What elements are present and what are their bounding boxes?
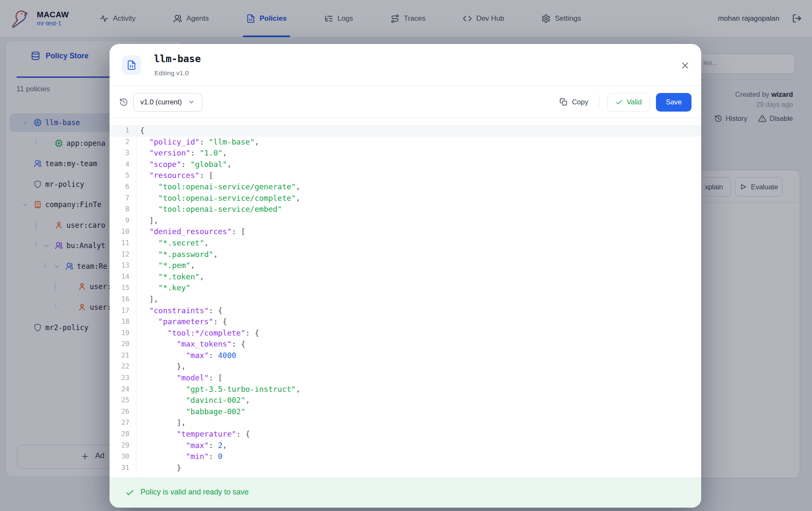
code-text: "davinci-002", xyxy=(137,395,250,406)
check-icon xyxy=(125,488,134,497)
check-icon xyxy=(615,98,623,106)
close-icon[interactable] xyxy=(680,60,690,71)
code-line[interactable]: 2 "policy_id": "llm-base", xyxy=(110,137,701,148)
code-editor[interactable]: 1{2 "policy_id": "llm-base",3 "version":… xyxy=(110,118,701,478)
line-number: 2 xyxy=(110,137,137,148)
code-text: { xyxy=(137,125,145,137)
version-select[interactable]: v1.0 (current) xyxy=(133,93,202,112)
validation-message: Policy is valid and ready to save xyxy=(140,488,249,497)
code-text: ], xyxy=(137,215,158,227)
code-text: "scope": "global", xyxy=(137,159,232,170)
code-line[interactable]: 16 ], xyxy=(110,294,701,305)
line-number: 19 xyxy=(110,328,137,339)
valid-status-badge: Valid xyxy=(607,93,650,112)
code-text: }, xyxy=(137,361,186,372)
line-number: 5 xyxy=(110,170,137,181)
code-line[interactable]: 21 "max": 4000 xyxy=(110,350,701,361)
code-line[interactable]: 19 "tool:*/complete": { xyxy=(110,328,701,339)
line-number: 12 xyxy=(110,249,137,260)
code-line[interactable]: 14 "*.token", xyxy=(110,271,701,283)
validation-footer: Policy is valid and ready to save xyxy=(110,478,701,508)
line-number: 10 xyxy=(110,226,137,238)
code-text: "policy_id": "llm-base", xyxy=(137,137,259,148)
line-number: 7 xyxy=(110,193,137,204)
code-text: "babbage-002" xyxy=(137,406,245,418)
line-number: 21 xyxy=(110,350,137,361)
code-text: "tool:openai-service/generate", xyxy=(137,181,300,193)
code-line[interactable]: 15 "*.key" xyxy=(110,282,701,294)
copy-icon xyxy=(560,98,568,106)
code-line[interactable]: 18 "parameters": { xyxy=(110,316,701,328)
copy-button[interactable]: Copy xyxy=(557,98,591,107)
line-number: 15 xyxy=(110,282,137,294)
code-line[interactable]: 4 "scope": "global", xyxy=(110,159,701,170)
modal-toolbar: v1.0 (current) Copy Valid Save xyxy=(110,86,701,118)
code-text: "tool:openai-service/embed" xyxy=(137,204,282,215)
line-number: 23 xyxy=(110,372,137,384)
code-text: "*.token", xyxy=(137,271,204,283)
line-number: 18 xyxy=(110,316,137,328)
code-line[interactable]: 6 "tool:openai-service/generate", xyxy=(110,181,701,193)
code-line[interactable]: 12 "*.password", xyxy=(110,249,701,260)
code-line[interactable]: 20 "max_tokens": { xyxy=(110,339,701,350)
line-number: 29 xyxy=(110,440,137,451)
code-line[interactable]: 10 "denied_resources": [ xyxy=(110,226,701,238)
modal-subtitle: Editing v1.0 xyxy=(154,69,189,77)
line-number: 3 xyxy=(110,148,137,159)
code-line[interactable]: 3 "version": "1.0", xyxy=(110,148,701,159)
code-text: "tool:*/complete": { xyxy=(137,328,259,339)
code-text: "*.key" xyxy=(137,282,190,294)
code-line[interactable]: 23 "model": [ xyxy=(110,372,701,384)
line-number: 13 xyxy=(110,260,137,271)
code-text: "*.secret", xyxy=(137,238,209,249)
line-number: 22 xyxy=(110,361,137,372)
code-line[interactable]: 28 "temperature": { xyxy=(110,429,701,440)
line-number: 28 xyxy=(110,429,137,440)
code-text: "temperature": { xyxy=(137,429,250,440)
line-number: 11 xyxy=(110,238,137,249)
code-text: "constraints": { xyxy=(137,305,222,317)
modal-header: llm-base Editing v1.0 xyxy=(110,44,701,86)
line-number: 1 xyxy=(110,125,137,137)
line-number: 25 xyxy=(110,395,137,406)
code-line[interactable]: 11 "*.secret", xyxy=(110,238,701,249)
code-text: "version": "1.0", xyxy=(137,148,227,159)
code-text: "model": [ xyxy=(137,372,222,384)
code-line[interactable]: 25 "davinci-002", xyxy=(110,395,701,406)
code-line[interactable]: 27 ], xyxy=(110,417,701,429)
code-line[interactable]: 1{ xyxy=(110,125,701,137)
code-line[interactable]: 22 }, xyxy=(110,361,701,372)
line-number: 20 xyxy=(110,339,137,350)
line-number: 30 xyxy=(110,451,137,462)
line-number: 9 xyxy=(110,215,137,227)
code-line[interactable]: 31 } xyxy=(110,462,701,474)
code-text: "tool:openai-service/complete", xyxy=(137,193,300,204)
code-text: "parameters": { xyxy=(137,316,227,328)
save-button[interactable]: Save xyxy=(656,93,691,112)
line-number: 24 xyxy=(110,384,137,395)
code-line[interactable]: 26 "babbage-002" xyxy=(110,406,701,418)
chevron-down-icon xyxy=(188,98,195,106)
code-line[interactable]: 8 "tool:openai-service/embed" xyxy=(110,204,701,215)
code-line[interactable]: 24 "gpt-3.5-turbo-instruct", xyxy=(110,384,701,395)
line-number: 14 xyxy=(110,271,137,283)
code-text: "denied_resources": [ xyxy=(137,226,245,238)
line-number: 26 xyxy=(110,406,137,418)
policy-editor-modal: llm-base Editing v1.0 v1.0 (current) Cop… xyxy=(110,44,701,508)
code-text: "resources": [ xyxy=(137,170,213,181)
code-line[interactable]: 30 "min": 0 xyxy=(110,451,701,462)
app-screen: MACAW mr-test-1 ActivityAgentsPoliciesLo… xyxy=(0,0,812,511)
code-line[interactable]: 5 "resources": [ xyxy=(110,170,701,181)
version-history-icon xyxy=(119,98,128,107)
code-line[interactable]: 13 "*.pem", xyxy=(110,260,701,271)
code-text: "gpt-3.5-turbo-instruct", xyxy=(137,384,300,395)
code-line[interactable]: 9 ], xyxy=(110,215,701,227)
code-line[interactable]: 7 "tool:openai-service/complete", xyxy=(110,193,701,204)
code-text: } xyxy=(137,462,181,474)
code-text: "*.pem", xyxy=(137,260,195,271)
code-line[interactable]: 17 "constraints": { xyxy=(110,305,701,317)
line-number: 6 xyxy=(110,181,137,193)
code-text: ], xyxy=(137,417,186,429)
code-line[interactable]: 29 "max": 2, xyxy=(110,440,701,451)
toolbar-divider xyxy=(599,95,599,109)
